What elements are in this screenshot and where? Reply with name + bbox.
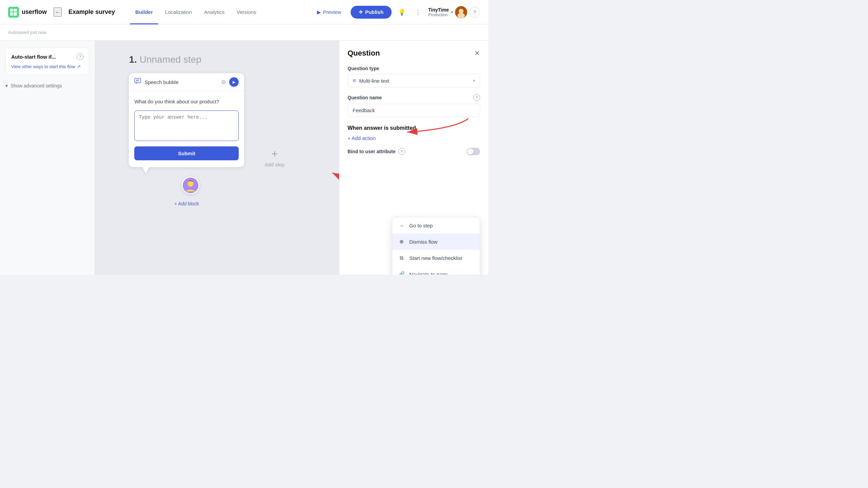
- question-text: What do you think about our product?: [134, 98, 239, 105]
- topbar-right: ▶ Preview ✈ Publish 💡 ⋮ TinyTime Product…: [312, 6, 480, 19]
- view-ways-link[interactable]: View other ways to start this flow ↗: [11, 64, 83, 69]
- navigate-to-page-icon: 🔗: [398, 270, 405, 274]
- answer-textarea[interactable]: [134, 110, 239, 141]
- tab-localization[interactable]: Localization: [160, 6, 197, 18]
- user-avatar: [182, 177, 199, 194]
- add-step-button[interactable]: + Add step: [244, 54, 305, 261]
- question-name-label: Question name ?: [348, 94, 480, 101]
- submit-button[interactable]: Submit: [134, 146, 239, 160]
- avatar-row: [174, 177, 199, 194]
- toggle-knob: [467, 148, 473, 155]
- card-body: What do you think about our product? Sub…: [129, 91, 244, 167]
- svg-rect-3: [14, 12, 17, 16]
- speech-bubble-card: Speech bubble ⚙ ▶ What do you think abou…: [129, 73, 244, 167]
- dismiss-flow-label: Dismiss flow: [409, 239, 437, 245]
- panel-title: Question: [348, 49, 380, 58]
- publish-icon: ✈: [359, 9, 363, 15]
- panel-header: Question ✕: [348, 49, 480, 58]
- logo-text: userflow: [22, 8, 47, 16]
- auto-start-header: Auto-start flow if... ?: [11, 53, 83, 60]
- topbar: userflow ← Example survey Builder Locali…: [0, 0, 488, 24]
- start-new-flow-icon: ⧉: [398, 254, 405, 262]
- advanced-settings[interactable]: ▾ Show advanced settings: [5, 80, 89, 91]
- more-menu-button[interactable]: ⋮: [412, 6, 424, 18]
- chevron-down-icon: ▾: [473, 78, 475, 83]
- subbar: Autosaved just now: [0, 24, 488, 41]
- left-sidebar: Auto-start flow if... ? View other ways …: [0, 41, 95, 274]
- svg-rect-1: [14, 9, 17, 12]
- bind-attribute-help-icon[interactable]: ?: [398, 148, 405, 155]
- svg-point-5: [459, 9, 463, 14]
- step-container: 1. Unnamed step Speech bubble ⚙: [129, 54, 244, 261]
- navigate-to-page-label: Navigate to page: [409, 271, 448, 275]
- logo-icon: [8, 7, 19, 18]
- question-name-help-icon[interactable]: ?: [473, 94, 480, 101]
- tab-versions[interactable]: Versions: [231, 6, 262, 18]
- add-block-button[interactable]: + Add block: [174, 201, 199, 206]
- add-action-button[interactable]: + Add action: [348, 135, 376, 141]
- go-to-step-label: Go to step: [409, 223, 433, 228]
- start-new-flow-item[interactable]: ⧉ Start new flow/checklist: [392, 250, 480, 266]
- question-type-select[interactable]: ≡ Multi-line text ▾: [348, 74, 480, 87]
- external-link-icon: ↗: [77, 64, 81, 69]
- question-type-value: Multi-line text: [359, 78, 470, 84]
- help-button[interactable]: ?: [469, 7, 480, 18]
- step-name: Unnamed step: [140, 54, 201, 65]
- card-title: Speech bubble: [144, 79, 218, 85]
- go-to-step-icon: →: [398, 222, 405, 229]
- preview-button[interactable]: ▶ Preview: [312, 6, 347, 18]
- navigate-to-page-item[interactable]: 🔗 Navigate to page: [392, 266, 480, 274]
- tab-builder[interactable]: Builder: [130, 6, 158, 18]
- step-number: 1.: [129, 54, 137, 65]
- lightbulb-button[interactable]: 💡: [396, 6, 408, 18]
- speech-bubble-icon: [134, 78, 141, 86]
- dismiss-flow-icon: ⊗: [398, 238, 405, 245]
- user-name: TinyTime: [428, 7, 449, 13]
- svg-rect-7: [135, 78, 141, 83]
- bubble-tail: [142, 167, 149, 174]
- svg-rect-2: [10, 12, 13, 16]
- auto-start-help-icon[interactable]: ?: [77, 53, 83, 60]
- bind-attribute-label: Bind to user attribute ?: [348, 148, 405, 155]
- go-to-step-item[interactable]: → Go to step: [392, 217, 480, 233]
- close-panel-button[interactable]: ✕: [474, 49, 480, 57]
- layout: Auto-start flow if... ? View other ways …: [0, 41, 488, 274]
- multiline-icon: ≡: [353, 78, 356, 84]
- play-icon: ▶: [317, 9, 321, 15]
- avatar: [455, 6, 467, 18]
- autosave-status: Autosaved just now: [8, 30, 46, 35]
- canvas: 1. Unnamed step Speech bubble ⚙: [95, 41, 339, 274]
- card-header: Speech bubble ⚙ ▶: [129, 73, 244, 91]
- svg-rect-0: [10, 9, 13, 12]
- dismiss-flow-item[interactable]: ⊗ Dismiss flow: [392, 233, 480, 250]
- question-type-label: Question type: [348, 66, 480, 71]
- question-name-input[interactable]: [348, 104, 480, 117]
- action-dropdown: → Go to step ⊗ Dismiss flow ⧉ Start new …: [392, 217, 480, 274]
- user-area[interactable]: TinyTime Production ▾ ?: [428, 6, 480, 18]
- nav-tabs: Builder Localization Analytics Versions: [130, 6, 261, 18]
- question-type-group: Question type ≡ Multi-line text ▾: [348, 66, 480, 87]
- bind-attribute-row: Bind to user attribute ?: [348, 148, 480, 155]
- svg-point-6: [457, 13, 465, 18]
- auto-start-title: Auto-start flow if...: [11, 54, 56, 60]
- tab-analytics[interactable]: Analytics: [199, 6, 230, 18]
- play-button[interactable]: ▶: [229, 77, 239, 87]
- right-panel: Question ✕ Question type ≡ Multi-line te…: [339, 41, 488, 274]
- question-name-group: Question name ?: [348, 94, 480, 117]
- start-new-flow-label: Start new flow/checklist: [409, 255, 462, 261]
- back-button[interactable]: ←: [54, 7, 62, 17]
- logo[interactable]: userflow: [8, 7, 47, 18]
- auto-start-card: Auto-start flow if... ? View other ways …: [5, 47, 89, 75]
- chevron-down-icon: ▾: [5, 83, 8, 88]
- flow-name: Example survey: [68, 8, 115, 16]
- when-submitted-label: When answer is submitted: [348, 125, 480, 131]
- chevron-down-icon: ▾: [451, 10, 453, 15]
- publish-button[interactable]: ✈ Publish: [351, 6, 392, 19]
- gear-icon[interactable]: ⚙: [221, 79, 226, 85]
- bind-attribute-toggle[interactable]: [467, 148, 480, 155]
- user-sub: Production: [428, 13, 449, 17]
- plus-icon: +: [272, 148, 278, 160]
